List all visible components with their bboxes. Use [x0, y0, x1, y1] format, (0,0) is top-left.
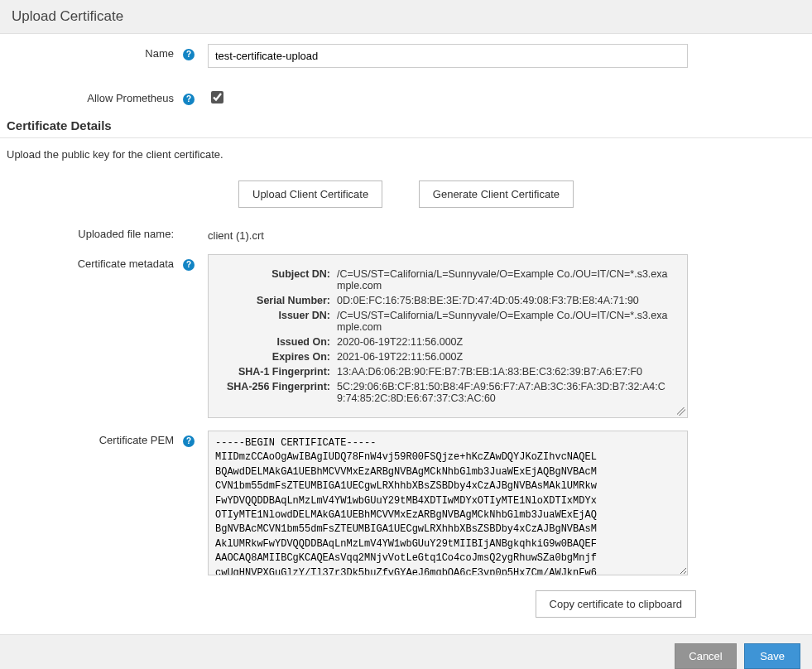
certificate-metadata-box: Subject DN: /C=US/ST=California/L=Sunnyv… — [208, 254, 688, 418]
certificate-details-description: Upload the public key for the client cer… — [0, 138, 812, 166]
allow-prometheus-label: Allow Prometheus — [87, 92, 174, 104]
generate-client-certificate-button[interactable]: Generate Client Certificate — [419, 180, 574, 208]
certificate-metadata-help-icon[interactable]: ? — [183, 259, 195, 271]
expires-on-label: Expires On: — [222, 349, 334, 364]
subject-dn-label: Subject DN: — [222, 267, 334, 293]
expires-on-value: 2021-06-19T22:11:56.000Z — [334, 349, 674, 364]
sha256-fingerprint-value: 5C:29:06:6B:CF:81:50:B8:4F:A9:56:F7:A7:A… — [334, 379, 674, 406]
footer: Cancel Save — [0, 634, 812, 669]
certificate-details-heading: Certificate Details — [0, 107, 812, 138]
sha256-fingerprint-label: SHA-256 Fingerprint: — [222, 379, 334, 406]
sha1-fingerprint-value: 13:AA:D6:06:2B:90:FE:B7:7B:EB:1A:83:BE:C… — [334, 364, 674, 379]
copy-certificate-button[interactable]: Copy certificate to clipboard — [536, 590, 696, 618]
name-help-icon[interactable]: ? — [183, 49, 195, 60]
certificate-pem-help-icon[interactable]: ? — [183, 436, 195, 447]
save-button[interactable]: Save — [744, 643, 800, 669]
certificate-metadata-label: Certificate metadata — [78, 257, 174, 270]
issued-on-value: 2020-06-19T22:11:56.000Z — [334, 334, 674, 349]
page-title: Upload Certificate — [0, 0, 812, 34]
certificate-pem-label: Certificate PEM — [99, 434, 174, 446]
issuer-dn-value: /C=US/ST=California/L=Sunnyvale/O=Exampl… — [334, 308, 674, 334]
upload-client-certificate-button[interactable]: Upload Client Certificate — [238, 180, 382, 208]
allow-prometheus-help-icon[interactable]: ? — [183, 94, 195, 105]
sha1-fingerprint-label: SHA-1 Fingerprint: — [222, 364, 334, 379]
certificate-pem-textarea[interactable] — [208, 431, 688, 575]
serial-number-value: 0D:0E:FC:16:75:B8:BE:3E:7D:47:4D:05:49:0… — [334, 293, 674, 308]
subject-dn-value: /C=US/ST=California/L=Sunnyvale/O=Exampl… — [334, 267, 674, 293]
uploaded-file-name-label: Uploaded file name: — [78, 228, 174, 240]
issuer-dn-label: Issuer DN: — [222, 308, 334, 334]
issued-on-label: Issued On: — [222, 334, 334, 349]
serial-number-label: Serial Number: — [222, 293, 334, 308]
name-label: Name — [145, 47, 174, 60]
cancel-button[interactable]: Cancel — [675, 643, 736, 669]
allow-prometheus-checkbox[interactable] — [211, 91, 223, 103]
uploaded-file-name-value: client (1).crt — [208, 224, 264, 242]
name-input[interactable] — [208, 44, 688, 68]
